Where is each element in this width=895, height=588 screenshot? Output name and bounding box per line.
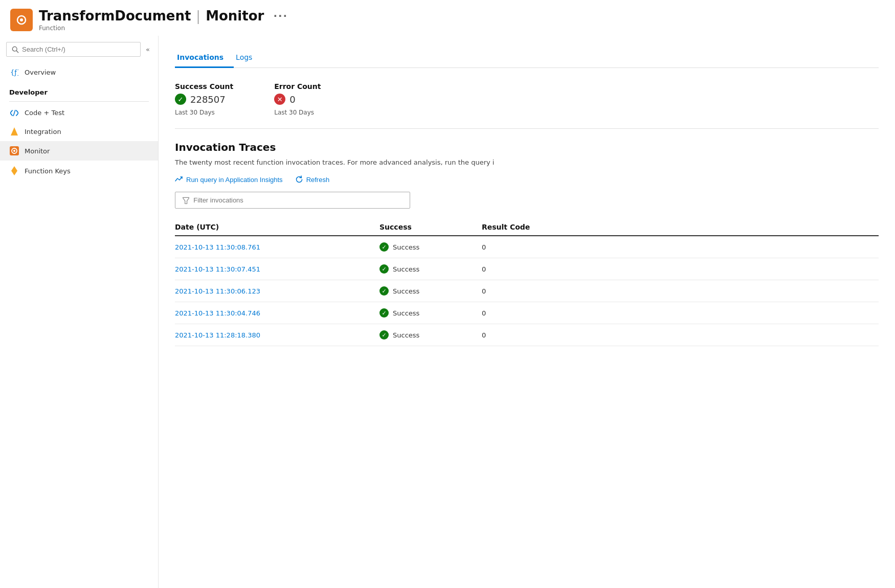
row-success-icon-2: ✓ <box>379 286 389 296</box>
svg-point-10 <box>13 150 15 152</box>
row-date-2[interactable]: 2021-10-13 11:30:06.123 <box>175 287 379 295</box>
sidebar: « {ƒ} Overview Developer Code + Te <box>0 36 159 588</box>
invocation-traces-desc: The twenty most recent function invocati… <box>175 159 879 166</box>
code-test-icon <box>9 109 19 117</box>
row-success-icon-4: ✓ <box>379 330 389 340</box>
search-container: « <box>0 42 158 63</box>
page-title: Monitor <box>206 8 264 24</box>
svg-marker-7 <box>11 127 18 135</box>
date-link-0[interactable]: 2021-10-13 11:30:08.761 <box>175 243 260 251</box>
filter-invocations-box[interactable] <box>175 192 410 209</box>
overview-icon: {ƒ} <box>9 68 19 76</box>
svg-point-2 <box>20 18 23 21</box>
sidebar-item-label-monitor: Monitor <box>25 147 50 155</box>
row-success-icon-1: ✓ <box>379 264 389 274</box>
row-success-label-4: Success <box>393 331 419 339</box>
stats-row: Success Count ✓ 228507 Last 30 Days Erro… <box>175 82 879 116</box>
sidebar-item-label-function-keys: Function Keys <box>25 167 71 175</box>
sidebar-item-label-overview: Overview <box>25 69 56 76</box>
stat-error: Error Count ✕ 0 Last 30 Days <box>274 82 321 116</box>
date-link-2[interactable]: 2021-10-13 11:30:06.123 <box>175 287 260 295</box>
row-result-code-4: 0 <box>482 331 574 339</box>
sidebar-item-function-keys[interactable]: Function Keys <box>0 161 158 181</box>
svg-text:{ƒ}: {ƒ} <box>10 69 18 76</box>
row-result-code-3: 0 <box>482 309 574 317</box>
svg-marker-12 <box>183 197 189 203</box>
row-success-label-3: Success <box>393 309 419 317</box>
row-date-3[interactable]: 2021-10-13 11:30:04.746 <box>175 309 379 317</box>
tab-logs[interactable]: Logs <box>234 48 262 68</box>
run-query-icon <box>175 176 183 183</box>
col-success: Success <box>379 223 482 231</box>
row-date-4[interactable]: 2021-10-13 11:28:18.380 <box>175 331 379 339</box>
table-row: 2021-10-13 11:30:06.123 ✓ Success 0 <box>175 280 879 302</box>
function-keys-icon <box>9 166 19 176</box>
sidebar-item-code-test[interactable]: Code + Test <box>0 104 158 122</box>
tab-invocations[interactable]: Invocations <box>175 48 234 68</box>
table-row: 2021-10-13 11:30:07.451 ✓ Success 0 <box>175 258 879 280</box>
stats-divider <box>175 128 879 129</box>
refresh-label: Refresh <box>306 176 330 184</box>
error-value-row: ✕ 0 <box>274 94 321 105</box>
row-result-code-2: 0 <box>482 287 574 295</box>
row-result-code-0: 0 <box>482 243 574 251</box>
search-icon <box>12 46 19 53</box>
table-header: Date (UTC) Success Result Code <box>175 219 879 236</box>
header-title: TransformDocument | Monitor ··· <box>39 8 288 24</box>
run-query-label: Run query in Application Insights <box>186 176 283 184</box>
success-count-value: 228507 <box>190 94 226 105</box>
row-success-1: ✓ Success <box>379 264 482 274</box>
main-layout: « {ƒ} Overview Developer Code + Te <box>0 36 895 588</box>
filter-icon <box>183 197 189 204</box>
sidebar-item-overview[interactable]: {ƒ} Overview <box>0 63 158 81</box>
header-subtitle: Function <box>39 25 288 32</box>
run-query-button[interactable]: Run query in Application Insights <box>175 176 283 184</box>
table-row: 2021-10-13 11:30:04.746 ✓ Success 0 <box>175 302 879 324</box>
col-result-code: Result Code <box>482 223 574 231</box>
developer-divider <box>9 101 149 102</box>
main-content: Invocations Logs Success Count ✓ 228507 … <box>159 36 895 588</box>
table-row: 2021-10-13 11:28:18.380 ✓ Success 0 <box>175 324 879 346</box>
filter-input[interactable] <box>193 196 402 204</box>
tabs: Invocations Logs <box>175 48 879 68</box>
date-link-4[interactable]: 2021-10-13 11:28:18.380 <box>175 331 260 339</box>
row-success-3: ✓ Success <box>379 308 482 318</box>
invocation-traces-table: Date (UTC) Success Result Code 2021-10-1… <box>175 219 879 346</box>
stat-success: Success Count ✓ 228507 Last 30 Days <box>175 82 233 116</box>
date-link-1[interactable]: 2021-10-13 11:30:07.451 <box>175 265 260 273</box>
table-row: 2021-10-13 11:30:08.761 ✓ Success 0 <box>175 236 879 258</box>
refresh-icon <box>295 175 303 184</box>
row-date-0[interactable]: 2021-10-13 11:30:08.761 <box>175 243 379 251</box>
header-title-block: TransformDocument | Monitor ··· Function <box>39 8 288 32</box>
sidebar-item-monitor[interactable]: Monitor <box>0 141 158 161</box>
svg-marker-11 <box>11 166 17 175</box>
section-label-developer: Developer <box>0 81 158 99</box>
header: TransformDocument | Monitor ··· Function <box>0 0 895 36</box>
row-success-label-2: Success <box>393 287 419 295</box>
success-period: Last 30 Days <box>175 109 233 116</box>
row-success-label-0: Success <box>393 243 419 251</box>
svg-line-4 <box>16 51 18 53</box>
sidebar-item-label-code-test: Code + Test <box>25 109 64 117</box>
error-count-label: Error Count <box>274 82 321 91</box>
error-count-value: 0 <box>289 94 295 105</box>
success-value-row: ✓ 228507 <box>175 94 233 105</box>
error-x-icon: ✕ <box>274 94 285 105</box>
invocation-traces-title: Invocation Traces <box>175 141 879 153</box>
row-success-4: ✓ Success <box>379 330 482 340</box>
sidebar-item-label-integration: Integration <box>25 128 61 135</box>
app-name: TransformDocument <box>39 8 191 24</box>
row-date-1[interactable]: 2021-10-13 11:30:07.451 <box>175 265 379 273</box>
sidebar-item-integration[interactable]: Integration <box>0 122 158 141</box>
more-options-button[interactable]: ··· <box>273 10 288 22</box>
title-separator: | <box>196 8 200 24</box>
collapse-sidebar-button[interactable]: « <box>144 43 152 55</box>
search-box[interactable] <box>6 42 141 57</box>
success-check-icon: ✓ <box>175 94 186 105</box>
integration-icon <box>9 127 19 136</box>
refresh-button[interactable]: Refresh <box>295 175 330 184</box>
search-input[interactable] <box>22 46 135 53</box>
date-link-3[interactable]: 2021-10-13 11:30:04.746 <box>175 309 260 317</box>
row-success-2: ✓ Success <box>379 286 482 296</box>
row-success-label-1: Success <box>393 265 419 273</box>
